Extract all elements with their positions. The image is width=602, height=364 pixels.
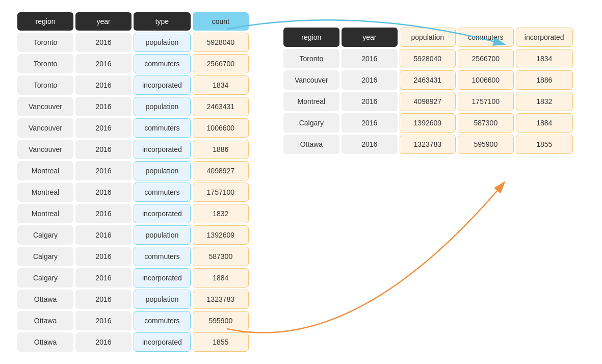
right-table-row: Calgary201613926095873001884: [283, 113, 573, 133]
cell-year: 2016: [75, 97, 132, 116]
left-table-row: Toronto2016commuters2566700: [17, 54, 249, 73]
cell-region: Montreal: [17, 183, 73, 202]
cell-year: 2016: [75, 33, 132, 52]
cell-incorporated: 1834: [516, 49, 573, 68]
left-table-row: Ottawa2016incorporated1855: [17, 332, 249, 352]
left-table-row: Calgary2016commuters587300: [17, 247, 249, 266]
cell-count: 1884: [193, 268, 249, 288]
cell-population: 1323783: [400, 135, 456, 154]
right-header-population: population: [400, 28, 456, 47]
cell-region: Vancouver: [283, 70, 339, 90]
cell-count: 2566700: [193, 54, 249, 73]
cell-region: Calgary: [17, 225, 73, 245]
left-table-row: Calgary2016population1392609: [17, 225, 249, 245]
cell-type: population: [134, 161, 191, 180]
cell-year: 2016: [75, 161, 132, 180]
cell-year: 2016: [75, 140, 132, 159]
cell-incorporated: 1855: [516, 135, 573, 154]
cell-type: commuters: [134, 118, 191, 138]
cell-region: Toronto: [17, 75, 73, 95]
cell-year: 2016: [75, 225, 132, 245]
left-table-row: Montreal2016commuters1757100: [17, 183, 249, 202]
cell-region: Toronto: [17, 54, 73, 73]
cell-region: Vancouver: [17, 140, 73, 159]
cell-type: commuters: [134, 54, 191, 73]
cell-type: population: [134, 33, 191, 52]
left-table-row: Ottawa2016population1323783: [17, 290, 249, 309]
cell-incorporated: 1832: [516, 92, 573, 111]
cell-region: Vancouver: [17, 118, 73, 138]
left-table-row: Vancouver2016population2463431: [17, 97, 249, 116]
cell-year: 2016: [342, 70, 398, 90]
cell-region: Ottawa: [17, 311, 73, 330]
cell-type: incorporated: [134, 332, 191, 352]
cell-region: Calgary: [17, 268, 73, 288]
left-table-container: region year type count Toronto2016popula…: [15, 10, 251, 354]
cell-region: Montreal: [283, 92, 339, 111]
cell-type: incorporated: [134, 268, 191, 288]
cell-count: 2463431: [193, 97, 249, 116]
cell-year: 2016: [75, 204, 132, 223]
cell-incorporated: 1884: [516, 113, 573, 133]
right-header-year: year: [342, 28, 398, 47]
left-header-type: type: [134, 12, 191, 31]
right-header-region: region: [283, 28, 339, 47]
cell-type: population: [134, 290, 191, 309]
left-header-year: year: [75, 12, 132, 31]
left-table-row: Montreal2016incorporated1832: [17, 204, 249, 223]
left-table-row: Toronto2016population5928040: [17, 33, 249, 52]
left-table: region year type count Toronto2016popula…: [15, 10, 251, 354]
left-table-row: Ottawa2016commuters595900: [17, 311, 249, 330]
cell-region: Ottawa: [17, 332, 73, 352]
cell-year: 2016: [342, 49, 398, 68]
left-table-row: Montreal2016population4098927: [17, 161, 249, 180]
cell-count: 1834: [193, 75, 249, 95]
cell-type: commuters: [134, 311, 191, 330]
right-table-row: Ottawa201613237835959001855: [283, 135, 573, 154]
cell-commuters: 587300: [458, 113, 514, 133]
cell-year: 2016: [75, 183, 132, 202]
cell-region: Montreal: [17, 204, 73, 223]
cell-population: 1392609: [400, 113, 456, 133]
right-header-incorporated: incorporated: [516, 28, 573, 47]
cell-year: 2016: [342, 92, 398, 111]
cell-count: 1886: [193, 140, 249, 159]
cell-year: 2016: [75, 290, 132, 309]
cell-count: 1832: [193, 204, 249, 223]
cell-commuters: 595900: [458, 135, 514, 154]
cell-year: 2016: [75, 268, 132, 288]
right-header-commuters: commuters: [458, 28, 514, 47]
cell-count: 1855: [193, 332, 249, 352]
cell-year: 2016: [75, 118, 132, 138]
cell-count: 1392609: [193, 225, 249, 245]
cell-incorporated: 1886: [516, 70, 573, 90]
cell-commuters: 1757100: [458, 92, 514, 111]
cell-region: Calgary: [17, 247, 73, 266]
right-table-row: Montreal2016409892717571001832: [283, 92, 573, 111]
cell-count: 1006600: [193, 118, 249, 138]
cell-count: 587300: [193, 247, 249, 266]
left-header-region: region: [17, 12, 73, 31]
cell-type: incorporated: [134, 140, 191, 159]
cell-year: 2016: [75, 54, 132, 73]
main-container: region year type count Toronto2016popula…: [0, 0, 602, 364]
cell-type: commuters: [134, 247, 191, 266]
cell-commuters: 1006600: [458, 70, 514, 90]
right-table-container: region year population commuters incorpo…: [281, 25, 575, 354]
cell-year: 2016: [75, 311, 132, 330]
cell-year: 2016: [75, 75, 132, 95]
cell-year: 2016: [342, 135, 398, 154]
cell-region: Toronto: [17, 33, 73, 52]
left-table-row: Calgary2016incorporated1884: [17, 268, 249, 288]
left-header-count: count: [193, 12, 249, 31]
right-table-row: Toronto2016592804025667001834: [283, 49, 573, 68]
cell-type: incorporated: [134, 75, 191, 95]
cell-count: 4098927: [193, 161, 249, 180]
cell-commuters: 2566700: [458, 49, 514, 68]
left-table-row: Vancouver2016incorporated1886: [17, 140, 249, 159]
right-table: region year population commuters incorpo…: [281, 25, 575, 156]
cell-region: Calgary: [283, 113, 339, 133]
cell-region: Toronto: [283, 49, 339, 68]
cell-count: 1757100: [193, 183, 249, 202]
cell-year: 2016: [75, 247, 132, 266]
